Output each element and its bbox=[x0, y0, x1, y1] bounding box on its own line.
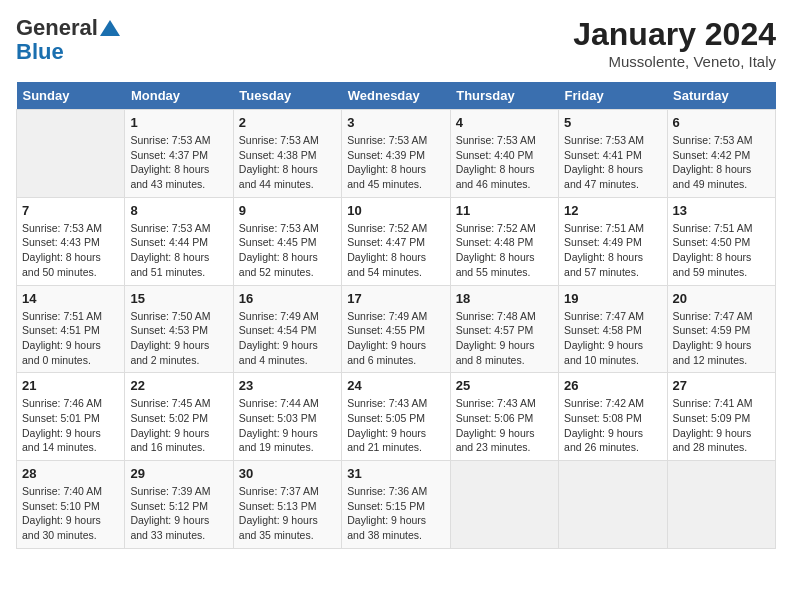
calendar-week-row: 14Sunrise: 7:51 AMSunset: 4:51 PMDayligh… bbox=[17, 285, 776, 373]
calendar-day-cell bbox=[667, 461, 775, 549]
day-of-week-header: Monday bbox=[125, 82, 233, 110]
calendar-day-cell: 18Sunrise: 7:48 AMSunset: 4:57 PMDayligh… bbox=[450, 285, 558, 373]
day-number: 3 bbox=[347, 115, 444, 130]
day-info: Sunrise: 7:47 AMSunset: 4:58 PMDaylight:… bbox=[564, 309, 661, 368]
day-info: Sunrise: 7:53 AMSunset: 4:41 PMDaylight:… bbox=[564, 133, 661, 192]
day-number: 28 bbox=[22, 466, 119, 481]
day-info: Sunrise: 7:43 AMSunset: 5:06 PMDaylight:… bbox=[456, 396, 553, 455]
day-info: Sunrise: 7:52 AMSunset: 4:47 PMDaylight:… bbox=[347, 221, 444, 280]
day-number: 24 bbox=[347, 378, 444, 393]
day-number: 14 bbox=[22, 291, 119, 306]
day-info: Sunrise: 7:49 AMSunset: 4:54 PMDaylight:… bbox=[239, 309, 336, 368]
calendar-day-cell: 21Sunrise: 7:46 AMSunset: 5:01 PMDayligh… bbox=[17, 373, 125, 461]
logo-triangle-icon bbox=[100, 20, 120, 36]
calendar-day-cell: 1Sunrise: 7:53 AMSunset: 4:37 PMDaylight… bbox=[125, 110, 233, 198]
day-info: Sunrise: 7:53 AMSunset: 4:44 PMDaylight:… bbox=[130, 221, 227, 280]
day-info: Sunrise: 7:53 AMSunset: 4:38 PMDaylight:… bbox=[239, 133, 336, 192]
day-number: 29 bbox=[130, 466, 227, 481]
day-info: Sunrise: 7:42 AMSunset: 5:08 PMDaylight:… bbox=[564, 396, 661, 455]
calendar-day-cell: 7Sunrise: 7:53 AMSunset: 4:43 PMDaylight… bbox=[17, 197, 125, 285]
day-info: Sunrise: 7:36 AMSunset: 5:15 PMDaylight:… bbox=[347, 484, 444, 543]
calendar-day-cell: 28Sunrise: 7:40 AMSunset: 5:10 PMDayligh… bbox=[17, 461, 125, 549]
calendar-day-cell: 24Sunrise: 7:43 AMSunset: 5:05 PMDayligh… bbox=[342, 373, 450, 461]
calendar-day-cell: 30Sunrise: 7:37 AMSunset: 5:13 PMDayligh… bbox=[233, 461, 341, 549]
day-number: 13 bbox=[673, 203, 770, 218]
day-number: 8 bbox=[130, 203, 227, 218]
calendar-day-cell: 17Sunrise: 7:49 AMSunset: 4:55 PMDayligh… bbox=[342, 285, 450, 373]
calendar-day-cell: 26Sunrise: 7:42 AMSunset: 5:08 PMDayligh… bbox=[559, 373, 667, 461]
day-info: Sunrise: 7:53 AMSunset: 4:42 PMDaylight:… bbox=[673, 133, 770, 192]
day-number: 12 bbox=[564, 203, 661, 218]
day-info: Sunrise: 7:39 AMSunset: 5:12 PMDaylight:… bbox=[130, 484, 227, 543]
calendar-day-cell: 12Sunrise: 7:51 AMSunset: 4:49 PMDayligh… bbox=[559, 197, 667, 285]
calendar-day-cell: 25Sunrise: 7:43 AMSunset: 5:06 PMDayligh… bbox=[450, 373, 558, 461]
day-info: Sunrise: 7:40 AMSunset: 5:10 PMDaylight:… bbox=[22, 484, 119, 543]
day-info: Sunrise: 7:48 AMSunset: 4:57 PMDaylight:… bbox=[456, 309, 553, 368]
logo-blue-text: Blue bbox=[16, 40, 64, 64]
calendar-day-cell: 8Sunrise: 7:53 AMSunset: 4:44 PMDaylight… bbox=[125, 197, 233, 285]
calendar-day-cell: 15Sunrise: 7:50 AMSunset: 4:53 PMDayligh… bbox=[125, 285, 233, 373]
day-number: 15 bbox=[130, 291, 227, 306]
day-number: 11 bbox=[456, 203, 553, 218]
day-number: 7 bbox=[22, 203, 119, 218]
day-info: Sunrise: 7:51 AMSunset: 4:49 PMDaylight:… bbox=[564, 221, 661, 280]
day-of-week-header: Friday bbox=[559, 82, 667, 110]
calendar-day-cell: 29Sunrise: 7:39 AMSunset: 5:12 PMDayligh… bbox=[125, 461, 233, 549]
day-number: 23 bbox=[239, 378, 336, 393]
day-number: 26 bbox=[564, 378, 661, 393]
day-number: 10 bbox=[347, 203, 444, 218]
day-info: Sunrise: 7:53 AMSunset: 4:43 PMDaylight:… bbox=[22, 221, 119, 280]
day-of-week-header: Sunday bbox=[17, 82, 125, 110]
calendar-header: SundayMondayTuesdayWednesdayThursdayFrid… bbox=[17, 82, 776, 110]
day-info: Sunrise: 7:50 AMSunset: 4:53 PMDaylight:… bbox=[130, 309, 227, 368]
day-info: Sunrise: 7:51 AMSunset: 4:50 PMDaylight:… bbox=[673, 221, 770, 280]
calendar-day-cell: 27Sunrise: 7:41 AMSunset: 5:09 PMDayligh… bbox=[667, 373, 775, 461]
day-info: Sunrise: 7:44 AMSunset: 5:03 PMDaylight:… bbox=[239, 396, 336, 455]
calendar-day-cell: 2Sunrise: 7:53 AMSunset: 4:38 PMDaylight… bbox=[233, 110, 341, 198]
day-info: Sunrise: 7:46 AMSunset: 5:01 PMDaylight:… bbox=[22, 396, 119, 455]
calendar-day-cell bbox=[17, 110, 125, 198]
day-info: Sunrise: 7:53 AMSunset: 4:37 PMDaylight:… bbox=[130, 133, 227, 192]
calendar-week-row: 1Sunrise: 7:53 AMSunset: 4:37 PMDaylight… bbox=[17, 110, 776, 198]
day-info: Sunrise: 7:52 AMSunset: 4:48 PMDaylight:… bbox=[456, 221, 553, 280]
header: General Blue January 2024 Mussolente, Ve… bbox=[16, 16, 776, 70]
day-number: 2 bbox=[239, 115, 336, 130]
calendar-week-row: 28Sunrise: 7:40 AMSunset: 5:10 PMDayligh… bbox=[17, 461, 776, 549]
day-info: Sunrise: 7:51 AMSunset: 4:51 PMDaylight:… bbox=[22, 309, 119, 368]
calendar-day-cell bbox=[450, 461, 558, 549]
day-info: Sunrise: 7:43 AMSunset: 5:05 PMDaylight:… bbox=[347, 396, 444, 455]
calendar-day-cell: 9Sunrise: 7:53 AMSunset: 4:45 PMDaylight… bbox=[233, 197, 341, 285]
calendar-table: SundayMondayTuesdayWednesdayThursdayFrid… bbox=[16, 82, 776, 549]
calendar-day-cell: 5Sunrise: 7:53 AMSunset: 4:41 PMDaylight… bbox=[559, 110, 667, 198]
calendar-day-cell: 6Sunrise: 7:53 AMSunset: 4:42 PMDaylight… bbox=[667, 110, 775, 198]
day-info: Sunrise: 7:41 AMSunset: 5:09 PMDaylight:… bbox=[673, 396, 770, 455]
day-info: Sunrise: 7:53 AMSunset: 4:39 PMDaylight:… bbox=[347, 133, 444, 192]
day-number: 27 bbox=[673, 378, 770, 393]
header-row: SundayMondayTuesdayWednesdayThursdayFrid… bbox=[17, 82, 776, 110]
calendar-day-cell: 31Sunrise: 7:36 AMSunset: 5:15 PMDayligh… bbox=[342, 461, 450, 549]
day-number: 19 bbox=[564, 291, 661, 306]
day-number: 16 bbox=[239, 291, 336, 306]
calendar-subtitle: Mussolente, Veneto, Italy bbox=[573, 53, 776, 70]
calendar-day-cell: 16Sunrise: 7:49 AMSunset: 4:54 PMDayligh… bbox=[233, 285, 341, 373]
calendar-day-cell bbox=[559, 461, 667, 549]
day-info: Sunrise: 7:53 AMSunset: 4:45 PMDaylight:… bbox=[239, 221, 336, 280]
day-of-week-header: Thursday bbox=[450, 82, 558, 110]
calendar-day-cell: 3Sunrise: 7:53 AMSunset: 4:39 PMDaylight… bbox=[342, 110, 450, 198]
day-number: 1 bbox=[130, 115, 227, 130]
day-number: 22 bbox=[130, 378, 227, 393]
day-number: 18 bbox=[456, 291, 553, 306]
title-area: January 2024 Mussolente, Veneto, Italy bbox=[573, 16, 776, 70]
day-number: 9 bbox=[239, 203, 336, 218]
day-info: Sunrise: 7:47 AMSunset: 4:59 PMDaylight:… bbox=[673, 309, 770, 368]
day-info: Sunrise: 7:53 AMSunset: 4:40 PMDaylight:… bbox=[456, 133, 553, 192]
day-info: Sunrise: 7:45 AMSunset: 5:02 PMDaylight:… bbox=[130, 396, 227, 455]
calendar-day-cell: 20Sunrise: 7:47 AMSunset: 4:59 PMDayligh… bbox=[667, 285, 775, 373]
day-number: 21 bbox=[22, 378, 119, 393]
calendar-day-cell: 10Sunrise: 7:52 AMSunset: 4:47 PMDayligh… bbox=[342, 197, 450, 285]
day-number: 20 bbox=[673, 291, 770, 306]
calendar-body: 1Sunrise: 7:53 AMSunset: 4:37 PMDaylight… bbox=[17, 110, 776, 549]
day-info: Sunrise: 7:37 AMSunset: 5:13 PMDaylight:… bbox=[239, 484, 336, 543]
logo: General Blue bbox=[16, 16, 120, 64]
day-number: 17 bbox=[347, 291, 444, 306]
